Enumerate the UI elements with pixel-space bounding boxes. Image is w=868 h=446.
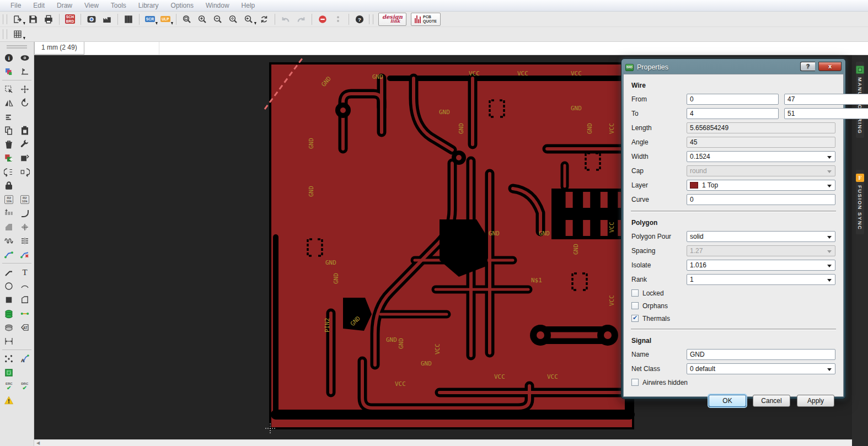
arc-icon[interactable] [18,280,32,292]
script-icon[interactable]: SCR [142,13,158,26]
design-link-button[interactable]: designlink [378,13,406,26]
undo-icon[interactable] [278,13,293,26]
toolbar-grip2[interactable] [369,14,373,24]
split-icon[interactable] [18,234,32,247]
tab-fusion-sync[interactable]: F FUSION SYNC [856,170,864,234]
dim-small-icon[interactable] [18,221,32,233]
miter2-icon[interactable] [2,221,16,233]
pinswap-icon[interactable] [2,165,16,178]
from-x-input[interactable] [687,94,779,105]
save-icon[interactable] [25,13,41,26]
airwires-hidden-checkbox[interactable] [631,379,639,386]
help-icon[interactable]: ? [352,13,367,26]
mark-icon[interactable] [18,65,32,78]
print-icon[interactable] [41,13,56,26]
zoom-previous-icon[interactable] [241,13,256,26]
menu-tools[interactable]: Tools [105,1,132,10]
pad-icon[interactable] [2,321,16,334]
width-combo[interactable]: 0.1524 [687,151,835,162]
palette-grip[interactable] [7,45,27,49]
lock-icon[interactable] [2,179,16,192]
change-icon[interactable] [18,138,32,151]
switch-sch-brd-icon[interactable]: SCHBRD [62,13,78,26]
circle-icon[interactable] [2,280,16,292]
menu-help[interactable]: Help [235,1,261,10]
move-icon[interactable] [18,83,32,95]
display-layers-icon[interactable] [2,65,16,78]
wire-icon[interactable] [2,266,16,278]
dialog-titlebar[interactable]: BRD Properties ? x [623,61,844,74]
ic-check-icon[interactable] [2,366,16,379]
menu-view[interactable]: View [78,1,105,10]
erc-icon[interactable]: ERC✔ [2,380,16,393]
ok-button[interactable]: OK [709,395,746,407]
rank-combo[interactable]: 1 [687,274,835,285]
optimize-icon[interactable] [2,207,16,219]
orphans-checkbox[interactable] [631,302,639,309]
menu-library[interactable]: Library [132,1,165,10]
via-icon[interactable] [2,307,16,320]
net-class-combo[interactable]: 0 default [687,363,835,374]
open-board-icon[interactable] [10,13,25,26]
add-icon[interactable] [2,152,16,164]
drc-icon[interactable]: DRC✔ [18,380,32,393]
miter-icon[interactable] [18,207,32,219]
paste-icon[interactable] [18,124,32,137]
menu-draw[interactable]: Draw [51,1,78,10]
gateswap-icon[interactable] [18,165,32,178]
rect-icon[interactable] [2,293,16,306]
route-icon[interactable] [2,248,16,261]
replace-icon[interactable] [18,152,32,164]
zoom-out-icon[interactable] [210,13,226,26]
zoom-in-icon[interactable] [195,13,210,26]
isolate-combo[interactable]: 1.016 [687,260,835,271]
value-icon[interactable]: R210k [18,193,32,206]
polygon-pour-combo[interactable]: solid [687,231,835,242]
menu-options[interactable]: Options [165,1,200,10]
pcb-quote-button[interactable]: PCBQUOTE [411,13,441,26]
dialog-help-button[interactable]: ? [800,62,815,71]
toolbar2-grip[interactable] [3,29,7,39]
horizontal-scrollbar[interactable]: ◀ [34,439,852,446]
scroll-left-arrow[interactable]: ◀ [36,440,40,445]
apply-button[interactable]: Apply [797,395,834,407]
ripup-icon[interactable] [18,248,32,261]
smash-icon[interactable]: R210k [2,193,16,206]
to-y-input[interactable] [784,108,868,119]
show-icon[interactable] [18,51,32,64]
signal-icon[interactable] [18,307,32,320]
zoom-select-icon[interactable] [226,13,241,26]
curve-input[interactable] [687,194,835,205]
ulp-icon[interactable]: ULP [158,13,173,26]
copy-icon[interactable] [2,124,16,137]
dialog-close-button[interactable]: x [818,62,842,71]
group-icon[interactable] [2,83,16,95]
dimension-icon[interactable] [2,335,16,347]
delete-icon[interactable] [2,138,16,151]
command-input[interactable] [87,42,159,55]
signal-name-input[interactable] [687,349,835,360]
zoom-fit-icon[interactable] [179,13,195,26]
layer-combo[interactable]: 1 Top [687,180,835,191]
toolbar-grip[interactable] [3,14,7,24]
redo-icon[interactable] [293,13,309,26]
attribute-icon[interactable]: AT [18,321,32,334]
menu-window[interactable]: Window [200,1,235,10]
polygon-icon[interactable] [18,293,32,306]
from-y-input[interactable] [784,94,868,105]
redraw-icon[interactable] [256,13,272,26]
menu-file[interactable]: File [4,1,27,10]
thermals-checkbox[interactable] [631,315,639,322]
meander-icon[interactable] [2,234,16,247]
text-icon[interactable]: T [18,266,32,278]
mirror-icon[interactable] [2,96,16,109]
grid-icon[interactable] [10,28,25,41]
fab-icon[interactable] [99,13,115,26]
library-icon[interactable] [121,13,136,26]
errors-icon[interactable] [2,394,16,406]
menu-edit[interactable]: Edit [27,1,51,10]
rotate-icon[interactable] [18,96,32,109]
ratsnest-icon[interactable] [2,352,16,365]
info-icon[interactable]: i [2,51,16,64]
cancel-button[interactable]: Cancel [753,395,790,407]
